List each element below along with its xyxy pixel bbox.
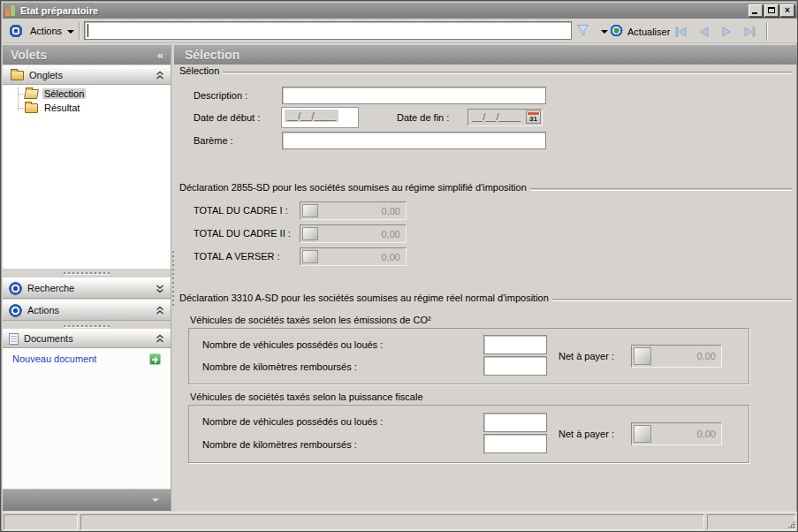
section-label-actions: Actions [27, 305, 59, 315]
section-header-recherche[interactable]: Recherche [3, 277, 171, 299]
new-document-link[interactable]: Nouveau document [12, 353, 96, 364]
vehicles-count-input[interactable] [483, 335, 547, 354]
titlebar: Etat préparatoire × [3, 3, 797, 19]
status-cell [707, 514, 795, 530]
chevron-collapse-icon[interactable] [156, 306, 164, 315]
calendar-icon[interactable]: 31 [526, 110, 541, 124]
vehicles-count-label: Nombre de véhicules possédés ou loués : [202, 339, 383, 350]
onglets-tree-panel: Sélection Résultat [3, 85, 171, 269]
lookup-button[interactable] [302, 227, 318, 240]
puissance-group-title: Véhicules de sociétés taxés selon la pui… [190, 391, 423, 402]
group-2855: Déclaration 2855-SD pour les sociétés so… [179, 182, 792, 193]
actions-bullseye-icon [9, 24, 23, 38]
bareme-input[interactable] [282, 132, 546, 149]
date-end-label: Date de fin : [397, 112, 449, 123]
maximize-button[interactable] [764, 4, 779, 17]
search-input[interactable] [84, 21, 572, 40]
chevron-collapse-icon[interactable] [156, 334, 164, 344]
co2-group-title: Véhicules de sociétés taxés selon les ém… [190, 315, 431, 325]
net-label: Net à payer : [559, 429, 614, 439]
net-label: Net à payer : [559, 351, 614, 361]
section-label-documents: Documents [24, 333, 73, 344]
sidebar-collapse-button[interactable]: « [157, 49, 163, 62]
page-title: Sélection [185, 48, 239, 62]
chevron-down-icon [152, 498, 159, 502]
splitter-dots [64, 325, 110, 327]
refresh-button[interactable]: Actualiser [627, 27, 670, 37]
section-header-actions[interactable]: Actions [3, 300, 171, 321]
status-cell [80, 514, 704, 530]
sidebar-splitter[interactable] [3, 270, 171, 276]
chevron-down-icon [67, 30, 74, 34]
refresh-icon[interactable] [610, 24, 623, 37]
sidebar-title: Volets [11, 48, 47, 62]
bullseye-icon [9, 282, 22, 295]
close-button[interactable]: × [780, 4, 794, 17]
toolbar-separator [79, 22, 80, 40]
folder-open-icon [24, 89, 39, 99]
date-mask: __/__/____ [285, 110, 338, 122]
total-cadre1-value: 0,00 [382, 206, 400, 217]
km-count-label: Nombre de kilomètres remboursés : [202, 439, 357, 450]
total-cadre2-label: TOTAL DU CADRE II : [194, 228, 291, 239]
date-end-input[interactable]: __/__/____ 31 [467, 109, 543, 126]
date-mask: __/__/____ [472, 111, 521, 122]
sidebar-title-bar: Volets « [3, 45, 171, 65]
vehicles-count-label: Nombre de véhicules possédés ou loués : [202, 416, 383, 427]
nav-previous-icon [698, 27, 710, 37]
section-header-onglets[interactable]: Onglets [3, 65, 171, 85]
km-count-input[interactable] [483, 434, 547, 453]
nav-last-icon [743, 27, 756, 37]
status-cell [4, 514, 78, 530]
date-start-label: Date de début : [194, 112, 260, 123]
text-caret [87, 24, 88, 37]
date-start-input[interactable]: __/__/____ [281, 107, 359, 128]
sidebar-bottom-bar[interactable] [3, 489, 171, 511]
group-label: Déclaration 3310 A-SD pour les sociétés … [179, 293, 552, 303]
nav-next-button[interactable] [718, 26, 734, 38]
splitter-dots [64, 272, 110, 274]
group-label: Sélection [179, 65, 223, 76]
tree-item-selection[interactable]: Sélection [3, 87, 86, 101]
tree-connector [18, 94, 23, 95]
lookup-button[interactable] [302, 250, 318, 263]
minimize-button[interactable] [749, 4, 763, 17]
lookup-button[interactable] [302, 204, 318, 217]
status-bar [3, 512, 797, 531]
nav-last-button[interactable] [741, 26, 757, 38]
total-cadre2-field: 0,00 [300, 224, 407, 243]
add-document-button[interactable] [149, 353, 161, 365]
filter-dropdown-caret-icon[interactable] [601, 30, 608, 34]
puissance-group-box: Nombre de véhicules possédés ou loués : … [188, 405, 749, 463]
total-verser-value: 0,00 [382, 252, 400, 262]
km-count-input[interactable] [483, 356, 547, 376]
total-verser-label: TOTAL A VERSER : [194, 251, 280, 262]
tree-item-resultat[interactable]: Résultat [3, 101, 81, 115]
nav-next-icon [721, 27, 733, 37]
nav-first-icon [674, 27, 688, 37]
toolbar-separator [766, 22, 768, 40]
lookup-button[interactable] [634, 347, 651, 365]
application-window: Etat préparatoire × Actions Actualiser [0, 0, 798, 532]
description-input[interactable] [282, 87, 546, 104]
tree-item-label: Sélection [42, 88, 86, 99]
chevron-collapse-icon[interactable] [156, 71, 164, 80]
net-value: 0,00 [697, 351, 716, 361]
folder-icon [25, 103, 38, 113]
net-field: 0,00 [631, 422, 722, 445]
group-line [530, 188, 792, 190]
page-title-bar: Sélection [174, 45, 797, 65]
lookup-button[interactable] [634, 425, 651, 443]
filter-icon[interactable] [575, 23, 590, 38]
section-header-documents[interactable]: Documents [3, 329, 171, 348]
group-line [223, 72, 792, 73]
group-label: Déclaration 2855-SD pour les sociétés so… [179, 182, 530, 193]
vehicles-count-input[interactable] [483, 413, 547, 432]
nav-previous-button[interactable] [695, 26, 711, 38]
description-label: Description : [194, 90, 247, 101]
section-label-recherche: Recherche [27, 283, 74, 293]
chevron-expand-icon[interactable] [156, 284, 164, 293]
actions-menu-button[interactable]: Actions [30, 26, 74, 36]
nav-first-button[interactable] [673, 26, 688, 38]
sidebar: Volets « Onglets Sélection Résultat [3, 44, 171, 512]
